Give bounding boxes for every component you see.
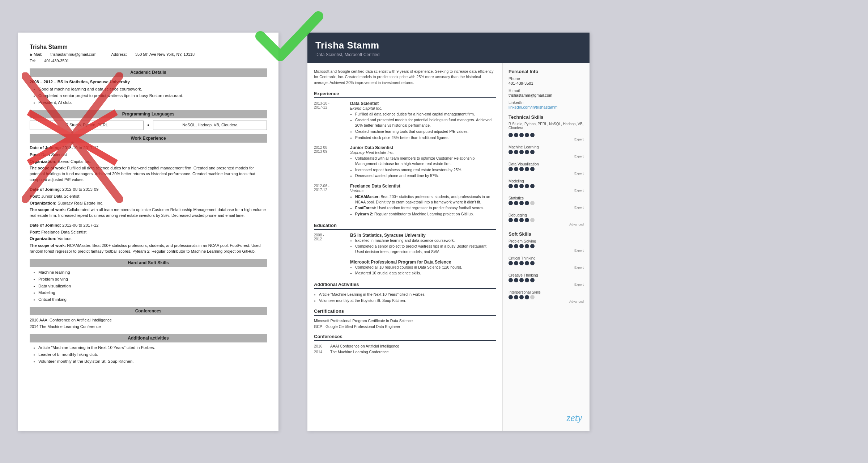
company-3: Various xyxy=(350,189,496,193)
left-name: Trisha Stamm xyxy=(30,43,267,51)
skill-dots-stats xyxy=(509,201,584,205)
phone-label: Phone xyxy=(509,76,584,81)
edu-degree-1: BS in Statistics, Syracuse University xyxy=(350,233,496,238)
linkedin-value: linkedin.com/in/trishastamm xyxy=(509,105,584,109)
skill-dots-creative-thinking xyxy=(509,278,584,282)
certifications-section-title: Certifications xyxy=(314,308,496,316)
list-item: NCAAMaster: Beat 200+ statistics profess… xyxy=(355,194,496,205)
skill-row-problem-solving: Problem Solving Expert xyxy=(509,239,584,252)
edu-degree: BS in Statistics, Syracuse University xyxy=(58,80,130,84)
education-entry: 2008 – 2012 – BS in Statistics, Syracuse… xyxy=(30,79,267,106)
dot xyxy=(514,218,518,222)
exp-content-3: Freelance Data Scientist Various NCAAMas… xyxy=(350,184,496,218)
dot xyxy=(514,261,518,265)
dot xyxy=(514,244,518,248)
academic-header: Academic Details xyxy=(30,68,267,77)
skill-row-debugging: Debugging Advanced xyxy=(509,213,584,226)
list-item: Modeling xyxy=(38,290,267,296)
skill-row-rstudio: Expert xyxy=(509,133,584,141)
dot xyxy=(525,150,529,154)
skill-name-creative-thinking: Creative Thinking xyxy=(509,273,584,277)
dot xyxy=(525,133,529,137)
skill-name-problem-solving: Problem Solving xyxy=(509,239,584,243)
contact-email-line: E-Mail: trishastammu@gmail.com Address: … xyxy=(30,52,267,58)
skill-row-dataviz: Data Visualization Expert xyxy=(509,162,584,175)
dot xyxy=(525,184,529,188)
list-item: Excelled in machine learning and data sc… xyxy=(355,238,496,243)
prog-right: NoSQL, Hadoop, VB, Cloudera xyxy=(153,121,267,130)
cert-1: Microsoft Professional Program Certifica… xyxy=(314,319,496,323)
skill-level-interpersonal: Advanced xyxy=(509,300,584,303)
skill-row-modeling: Modeling Expert xyxy=(509,179,584,192)
conf-row-2: 2014 The Machine Learning Conference xyxy=(314,350,496,354)
list-item: Completed a senior project to predict wa… xyxy=(355,244,496,254)
email-label-sidebar: E-mail xyxy=(509,88,584,93)
dot-empty xyxy=(530,295,535,299)
address-label: Address: xyxy=(111,52,127,56)
dot xyxy=(530,261,535,265)
dot xyxy=(519,218,524,222)
email-label: E-Mail: xyxy=(30,52,42,56)
dot xyxy=(530,150,535,154)
right-name: Trisha Stamm xyxy=(315,40,582,51)
dot xyxy=(514,278,518,282)
skill-name-critical-thinking: Critical Thinking xyxy=(509,256,584,260)
experience-section-title: Experience xyxy=(314,91,496,98)
phone-value: 401-439-3501 xyxy=(509,81,584,85)
dot-empty xyxy=(530,218,535,222)
work-scope-1: The scope of work: Fulfilled all data sc… xyxy=(30,165,267,183)
dot xyxy=(509,295,513,299)
dot-separator: • xyxy=(147,121,149,129)
dot xyxy=(514,133,518,137)
edu-entry-2: Microsoft Professional Program for Data … xyxy=(314,260,496,277)
dot xyxy=(519,295,524,299)
dot xyxy=(509,184,513,188)
list-item: Volunteer monthly at the Boylston St. So… xyxy=(38,358,267,365)
edu-degree-2: Microsoft Professional Program for Data … xyxy=(350,260,496,265)
dot xyxy=(519,167,524,171)
dot xyxy=(519,278,524,282)
skill-level-dataviz: Expert xyxy=(509,172,584,175)
company-1: Exend Capital Inc. xyxy=(350,106,496,110)
work-header: Work Experience xyxy=(30,134,267,143)
tel-value: 401-439-3501 xyxy=(44,59,69,63)
edu-date-1: 2008 -2012 xyxy=(314,233,346,255)
dot xyxy=(509,261,513,265)
list-item: Predicted stock price 25% better than tr… xyxy=(355,135,496,140)
tel-label: Tel: xyxy=(30,59,36,63)
skill-level-ml: Expert xyxy=(509,155,584,158)
resume-left: Trisha Stamm E-Mail: trishastammu@gmail.… xyxy=(18,33,278,431)
work-scope-2: The scope of work: Collaborated with all… xyxy=(30,207,267,219)
work-scope-3: The scope of work: NCAAMaster: Beat 200+… xyxy=(30,243,267,254)
exp-date-1: 2013-10 -2017-12 xyxy=(314,101,346,141)
edu-years: 2008 – 2012 – xyxy=(30,80,58,84)
skill-level-problem-solving: Expert xyxy=(509,249,584,252)
dot xyxy=(514,167,518,171)
skill-dots-rstudio xyxy=(509,133,584,137)
programming-row: R Studio, Python, PERL • NoSQL, Hadoop, … xyxy=(30,121,267,130)
activities-list: Article "Machine Learning in the Next 10… xyxy=(38,345,267,364)
activities-section-title: Additional Activities xyxy=(314,282,496,289)
right-body: Microsoft and Google certified data scie… xyxy=(307,63,590,431)
list-item: Leader of bi-monthly hiking club. xyxy=(38,352,267,358)
email-value: trishastammu@gmail.com xyxy=(50,52,96,56)
work-entry-1: Date of Joining: 2013-10 to 2017-12 Post… xyxy=(30,145,267,183)
dot xyxy=(530,244,535,248)
skills-list: Machine learning Problem solving Data vi… xyxy=(38,269,267,302)
list-item: FootForest: Used random forest regressor… xyxy=(355,205,496,211)
dot xyxy=(525,167,529,171)
list-item: Article "Machine Learning in the Next 10… xyxy=(38,345,267,351)
education-section-title: Education xyxy=(314,223,496,230)
dot-empty xyxy=(530,201,535,205)
skills-header: Hard and Soft Skills xyxy=(30,259,267,267)
exp-bullets-3: NCAAMaster: Beat 200+ statistics profess… xyxy=(355,194,496,217)
dot xyxy=(509,244,513,248)
skill-dots-modeling xyxy=(509,184,584,188)
list-item: Pylearn 2: Regular contributor to Machin… xyxy=(355,211,496,217)
edu-content-2: Microsoft Professional Program for Data … xyxy=(350,260,496,277)
edu-entry-1: 2008 -2012 BS in Statistics, Syracuse Un… xyxy=(314,233,496,255)
exp-date-3: 2012-06 -2017-12 xyxy=(314,184,346,218)
activities-header: Additional activities xyxy=(30,334,267,342)
list-item: Article "Machine Learning in the Next 10… xyxy=(319,292,496,297)
work-entry-2: Date of Joining: 2012-08 to 2013-09 Post… xyxy=(30,186,267,219)
